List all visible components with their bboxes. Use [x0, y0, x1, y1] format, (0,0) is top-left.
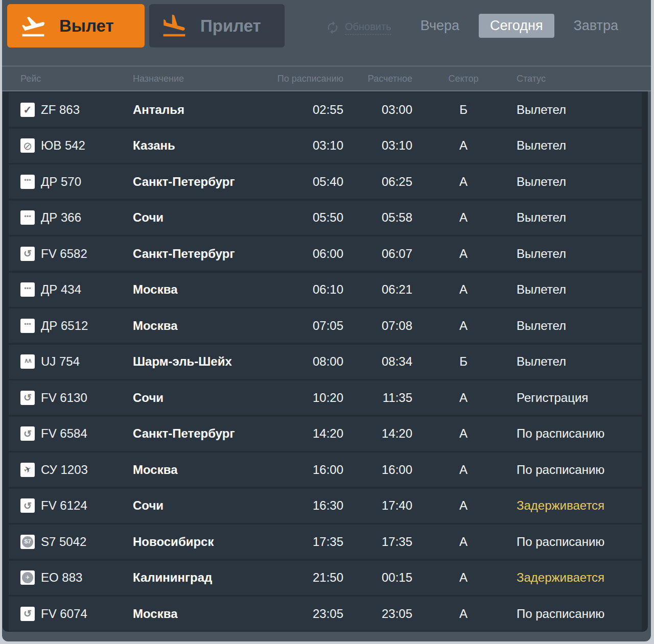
flight-number: СУ 1203	[35, 463, 133, 477]
rossiya-logo: ↺	[20, 498, 35, 513]
flight-estimated-time: 05:58	[343, 210, 412, 225]
flight-estimated-time: 00:15	[343, 570, 412, 585]
flight-scheduled-time: 23:05	[241, 607, 343, 621]
flight-row[interactable]: ⊘ ЮВ 542 Казань 03:10 03:10 А Вылетел	[9, 129, 642, 163]
flight-status: Вылетел	[515, 319, 642, 333]
flight-destination: Казань	[133, 138, 241, 153]
refresh-button[interactable]: Обновить	[325, 20, 391, 35]
flight-row[interactable]: ••• ДР 366 Сочи 05:50 05:58 А Вылетел	[9, 201, 642, 235]
flight-row[interactable]: ↺ FV 6582 Санкт-Петербург 06:00 06:07 А …	[9, 236, 642, 271]
flight-status: Вылетел	[515, 175, 642, 189]
flight-scheduled-time: 08:00	[241, 354, 343, 369]
flight-sector: А	[412, 607, 515, 621]
flight-row[interactable]: ••• ДР 434 Москва 06:10 06:21 А Вылетел	[9, 273, 642, 307]
flight-destination: Шарм-эль-Шейх	[133, 354, 241, 369]
flight-scheduled-time: 21:50	[241, 570, 343, 585]
flight-status: Вылетел	[515, 138, 642, 153]
flight-estimated-time: 06:25	[343, 175, 412, 189]
ruslines-logo: •••	[20, 319, 35, 333]
flight-sector: Б	[412, 354, 515, 369]
column-header-status: Статус	[515, 74, 636, 84]
flight-sector: А	[412, 570, 515, 585]
flight-estimated-time: 03:10	[343, 138, 412, 153]
flight-status: Регистрация	[515, 391, 642, 405]
rossiya-logo: ↺	[20, 247, 35, 261]
flight-estimated-time: 06:21	[343, 282, 412, 297]
flight-sector: А	[412, 282, 515, 297]
flight-number: ДР 570	[35, 175, 133, 189]
flight-row[interactable]: ••• ДР 6512 Москва 07:05 07:08 А Вылетел	[9, 308, 642, 343]
tab-departure[interactable]: Вылет	[7, 4, 145, 47]
flight-row[interactable]: ↺ FV 6584 Санкт-Петербург 14:20 14:20 А …	[9, 417, 642, 451]
flight-row[interactable]: ✈ ЕО 883 Калининград 21:50 00:15 А Задер…	[9, 561, 642, 595]
flight-row[interactable]: ∧∧ UJ 754 Шарм-эль-Шейх 08:00 08:34 Б Вы…	[9, 345, 642, 379]
flight-sector: А	[412, 175, 515, 189]
flight-row[interactable]: S7 S7 5042 Новосибирск 17:35 17:35 А По …	[9, 524, 642, 559]
date-tab-tomorrow[interactable]: Завтра	[568, 14, 624, 38]
refresh-icon	[325, 20, 340, 35]
ruslines-logo: •••	[20, 210, 35, 225]
flight-number: FV 6582	[35, 247, 133, 261]
date-tab-today[interactable]: Сегодня	[479, 14, 554, 38]
flight-number: FV 6130	[35, 391, 133, 405]
flight-scheduled-time: 05:40	[241, 175, 343, 189]
flight-scheduled-time: 05:50	[241, 210, 343, 225]
flight-row[interactable]: ↺ FV 6074 Москва 23:05 23:05 А По распис…	[9, 597, 642, 631]
flight-scheduled-time: 06:00	[241, 247, 343, 261]
date-tabs: Вчера Сегодня Завтра	[414, 0, 624, 51]
flight-row[interactable]: ✓ ZF 863 Анталья 02:55 03:00 Б Вылетел	[9, 92, 642, 127]
column-header-destination: Назначение	[133, 74, 241, 84]
flight-status: Задерживается	[515, 498, 642, 513]
flight-destination: Калининград	[133, 570, 241, 585]
flight-status: Вылетел	[515, 354, 642, 369]
flight-sector: А	[412, 138, 515, 153]
flight-board: Вылет Прилет Обновить Вчера Сегодня Завт…	[2, 0, 651, 641]
flight-row[interactable]: ↺ FV 6130 Сочи 10:20 11:35 А Регистрация	[9, 380, 642, 415]
flight-number: ЕО 883	[35, 570, 133, 585]
flight-estimated-time: 11:35	[343, 391, 412, 405]
rossiya-logo: ↺	[20, 391, 35, 405]
ikar-logo: ✈	[20, 570, 35, 585]
flight-sector: А	[412, 535, 515, 549]
flight-scheduled-time: 03:10	[241, 138, 343, 153]
flight-estimated-time: 17:40	[343, 498, 412, 513]
flight-estimated-time: 06:07	[343, 247, 412, 261]
topbar: Вылет Прилет Обновить Вчера Сегодня Завт…	[2, 0, 651, 65]
almasria-logo: ∧∧	[20, 354, 35, 369]
flight-destination: Санкт-Петербург	[133, 175, 241, 189]
date-tab-yesterday[interactable]: Вчера	[414, 14, 465, 38]
flight-scheduled-time: 06:10	[241, 282, 343, 297]
flight-sector: А	[412, 463, 515, 477]
flight-status: Вылетел	[515, 282, 642, 297]
flight-estimated-time: 14:20	[343, 426, 412, 441]
flight-status: По расписанию	[515, 535, 642, 549]
flight-estimated-time: 03:00	[343, 103, 412, 117]
flight-number: UJ 754	[35, 354, 133, 369]
flight-sector: А	[412, 210, 515, 225]
flight-sector: А	[412, 391, 515, 405]
table-header: Рейс Назначение По расписанию Расчетное …	[2, 65, 651, 91]
flight-row[interactable]: ✈ СУ 1203 Москва 16:00 16:00 А По распис…	[9, 452, 642, 487]
ruslines-logo: •••	[20, 282, 35, 297]
flight-status: Вылетел	[515, 247, 642, 261]
flight-row[interactable]: ••• ДР 570 Санкт-Петербург 05:40 06:25 А…	[9, 164, 642, 199]
flight-sector: А	[412, 498, 515, 513]
flight-status: По расписанию	[515, 463, 642, 477]
flight-destination: Сочи	[133, 210, 241, 225]
flight-destination: Москва	[133, 319, 241, 333]
flight-number: ЮВ 542	[35, 138, 133, 153]
column-header-sector: Сектор	[412, 74, 515, 84]
flight-destination: Санкт-Петербург	[133, 426, 241, 441]
column-header-scheduled: По расписанию	[241, 74, 343, 84]
flight-number: ДР 366	[35, 210, 133, 225]
flight-number: ДР 434	[35, 282, 133, 297]
flight-estimated-time: 17:35	[343, 535, 412, 549]
flight-number: S7 5042	[35, 535, 133, 549]
flight-sector: А	[412, 426, 515, 441]
flight-scheduled-time: 10:20	[241, 391, 343, 405]
tab-arrival[interactable]: Прилет	[149, 4, 285, 47]
flight-sector: Б	[412, 103, 515, 117]
flight-destination: Москва	[133, 282, 241, 297]
flight-row[interactable]: ↺ FV 6124 Сочи 16:30 17:40 А Задерживает…	[9, 489, 642, 523]
flight-table: ✓ ZF 863 Анталья 02:55 03:00 Б Вылетел ⊘…	[3, 91, 648, 632]
